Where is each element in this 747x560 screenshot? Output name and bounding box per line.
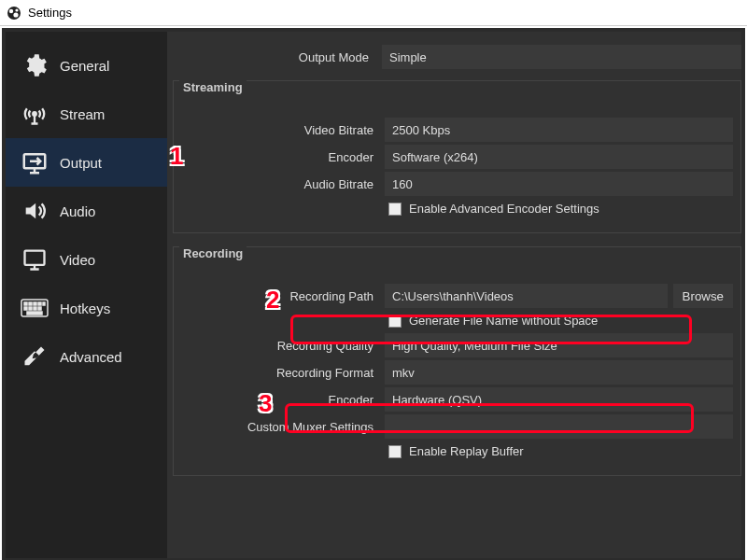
- svg-rect-16: [38, 307, 41, 310]
- antenna-icon: [19, 98, 50, 130]
- svg-rect-15: [34, 307, 36, 310]
- video-bitrate-label: Video Bitrate: [174, 123, 385, 137]
- svg-rect-9: [29, 302, 32, 305]
- sidebar-item-label: Video: [60, 252, 95, 268]
- recording-path-input[interactable]: C:\Users\thanh\Videos: [385, 284, 668, 308]
- muxer-input[interactable]: [385, 414, 733, 439]
- svg-point-0: [7, 7, 21, 20]
- sidebar-item-label: Stream: [60, 106, 105, 122]
- recording-format-label: Recording Format: [174, 366, 385, 380]
- svg-rect-8: [24, 302, 27, 305]
- svg-rect-17: [27, 312, 42, 315]
- svg-point-1: [9, 8, 13, 12]
- settings-main-panel: Output Mode Simple Streaming Video Bitra…: [167, 32, 741, 558]
- streaming-section-title: Streaming: [179, 80, 247, 94]
- recording-encoder-label: Encoder: [174, 393, 385, 407]
- output-icon: [19, 147, 50, 178]
- output-mode-dropdown[interactable]: Simple: [382, 45, 741, 69]
- svg-rect-12: [43, 302, 45, 305]
- sidebar-item-stream[interactable]: Stream: [6, 90, 167, 138]
- sidebar-item-advanced[interactable]: Advanced: [6, 332, 167, 381]
- replay-buffer-label: Enable Replay Buffer: [409, 444, 524, 458]
- sidebar-item-label: Advanced: [60, 349, 122, 365]
- svg-point-2: [13, 12, 18, 17]
- enable-advanced-encoder-label: Enable Advanced Encoder Settings: [409, 202, 599, 216]
- enable-advanced-encoder-checkbox[interactable]: [388, 203, 402, 216]
- gen-filename-label: Generate File Name without Space: [409, 314, 598, 328]
- recording-section: Recording Recording Path C:\Users\thanh\…: [173, 246, 741, 476]
- svg-point-3: [15, 8, 18, 11]
- svg-rect-10: [34, 302, 36, 305]
- svg-rect-6: [25, 251, 45, 265]
- recording-section-title: Recording: [179, 246, 247, 260]
- svg-rect-14: [29, 307, 32, 310]
- streaming-section: Streaming Video Bitrate 2500 Kbps Encode…: [173, 80, 741, 233]
- sidebar-item-general[interactable]: General: [6, 41, 167, 90]
- keyboard-icon: [19, 292, 50, 324]
- recording-quality-dropdown[interactable]: High Quality, Medium File Size: [385, 333, 733, 357]
- output-mode-label: Output Mode: [167, 50, 382, 64]
- settings-sidebar: General Stream Output Audio: [6, 32, 167, 558]
- sidebar-item-video[interactable]: Video: [6, 235, 167, 284]
- sidebar-item-label: Output: [60, 155, 102, 171]
- replay-buffer-checkbox[interactable]: [388, 445, 402, 458]
- audio-bitrate-label: Audio Bitrate: [174, 177, 385, 191]
- recording-encoder-dropdown[interactable]: Hardware (QSV): [385, 387, 733, 412]
- gen-filename-checkbox[interactable]: [388, 315, 402, 328]
- sidebar-item-hotkeys[interactable]: Hotkeys: [6, 284, 167, 332]
- speaker-icon: [19, 195, 50, 227]
- recording-format-dropdown[interactable]: mkv: [385, 360, 733, 385]
- app-icon: [6, 5, 22, 21]
- muxer-label: Custom Muxer Settings: [174, 420, 385, 434]
- sidebar-item-audio[interactable]: Audio: [6, 187, 167, 235]
- video-bitrate-input[interactable]: 2500 Kbps: [385, 118, 733, 142]
- tools-icon: [19, 341, 50, 372]
- audio-bitrate-dropdown[interactable]: 160: [385, 172, 733, 196]
- window-title: Settings: [28, 6, 72, 20]
- svg-rect-11: [38, 302, 41, 305]
- sidebar-item-label: General: [60, 58, 109, 74]
- streaming-encoder-dropdown[interactable]: Software (x264): [385, 145, 733, 169]
- sidebar-item-label: Audio: [60, 203, 95, 219]
- browse-button[interactable]: Browse: [673, 284, 733, 308]
- gear-icon: [19, 49, 50, 81]
- recording-quality-label: Recording Quality: [174, 339, 385, 353]
- streaming-encoder-label: Encoder: [174, 150, 385, 164]
- svg-rect-13: [24, 307, 27, 310]
- titlebar: Settings: [0, 0, 747, 26]
- sidebar-item-output[interactable]: Output: [6, 138, 167, 187]
- recording-path-label: Recording Path: [174, 289, 385, 303]
- sidebar-item-label: Hotkeys: [60, 301, 110, 316]
- monitor-icon: [19, 244, 50, 275]
